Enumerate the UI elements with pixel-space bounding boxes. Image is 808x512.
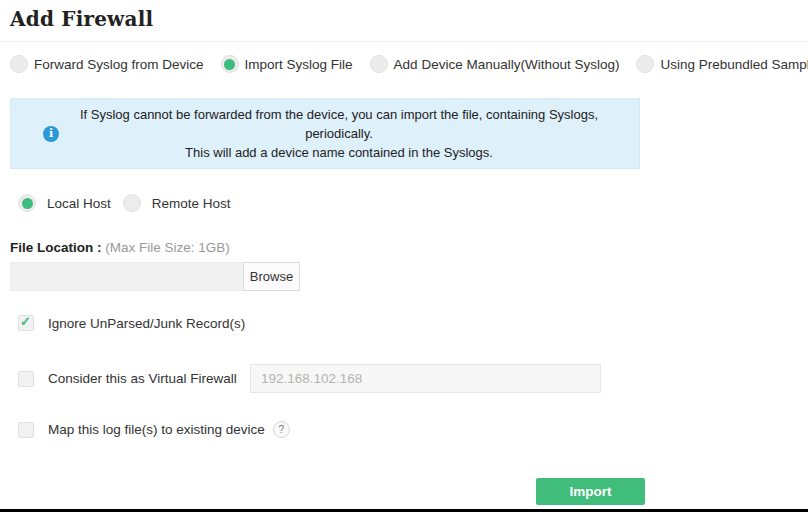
browse-button[interactable]: Browse <box>243 262 300 291</box>
radio-label: Using Prebundled Sample Syslogs <box>660 57 808 72</box>
radio-local-host[interactable]: Local Host <box>18 194 111 212</box>
radio-forward-syslog[interactable]: Forward Syslog from Device <box>10 55 204 73</box>
ignore-unparsed-row: Ignore UnParsed/Junk Record(s) <box>18 315 808 331</box>
radio-circle-icon[interactable] <box>10 55 28 73</box>
info-line-2: This will add a device name contained in… <box>185 145 493 160</box>
map-existing-checkbox[interactable] <box>18 422 34 438</box>
radio-remote-host[interactable]: Remote Host <box>123 194 231 212</box>
radio-label: Remote Host <box>152 196 231 211</box>
import-button[interactable]: Import <box>536 478 645 505</box>
source-type-radio-group: Forward Syslog from Device Import Syslog… <box>10 55 798 73</box>
radio-import-syslog-file[interactable]: Import Syslog File <box>221 55 353 73</box>
virtual-firewall-checkbox[interactable] <box>18 371 34 387</box>
file-input-row: Browse <box>10 262 300 291</box>
radio-circle-icon[interactable] <box>221 55 239 73</box>
help-icon[interactable]: ? <box>273 421 290 438</box>
ignore-unparsed-label: Ignore UnParsed/Junk Record(s) <box>48 316 245 331</box>
map-existing-label: Map this log file(s) to existing device <box>48 422 265 437</box>
page-title: Add Firewall <box>0 0 808 31</box>
radio-label: Forward Syslog from Device <box>34 57 204 72</box>
radio-circle-icon[interactable] <box>18 194 36 212</box>
radio-label: Local Host <box>47 196 111 211</box>
radio-label: Import Syslog File <box>245 57 353 72</box>
map-existing-row: Map this log file(s) to existing device … <box>18 421 808 438</box>
radio-circle-icon[interactable] <box>370 55 388 73</box>
radio-label: Add Device Manually(Without Syslog) <box>394 57 620 72</box>
ignore-unparsed-checkbox[interactable] <box>18 315 34 331</box>
radio-circle-icon[interactable] <box>123 194 141 212</box>
radio-circle-icon[interactable] <box>636 55 654 73</box>
file-location-label-row: File Location : (Max File Size: 1GB) <box>10 240 798 255</box>
max-file-size-hint: (Max File Size: 1GB) <box>105 240 230 255</box>
radio-prebundled-syslogs[interactable]: Using Prebundled Sample Syslogs <box>636 55 808 73</box>
info-banner-text: If Syslog cannot be forwarded from the d… <box>69 105 609 162</box>
info-line-1: If Syslog cannot be forwarded from the d… <box>80 107 598 141</box>
virtual-firewall-label: Consider this as Virtual Firewall <box>48 371 250 386</box>
file-location-label: File Location : <box>10 240 102 255</box>
virtual-firewall-row: Consider this as Virtual Firewall <box>18 364 808 393</box>
file-location-input[interactable] <box>10 262 243 291</box>
info-banner: If Syslog cannot be forwarded from the d… <box>10 98 640 169</box>
radio-add-device-manually[interactable]: Add Device Manually(Without Syslog) <box>370 55 620 73</box>
virtual-firewall-ip-input[interactable] <box>250 364 601 393</box>
title-divider <box>0 41 808 42</box>
info-icon <box>43 126 59 142</box>
host-radio-group: Local Host Remote Host <box>18 194 798 212</box>
add-firewall-page: Add Firewall Forward Syslog from Device … <box>0 0 808 512</box>
